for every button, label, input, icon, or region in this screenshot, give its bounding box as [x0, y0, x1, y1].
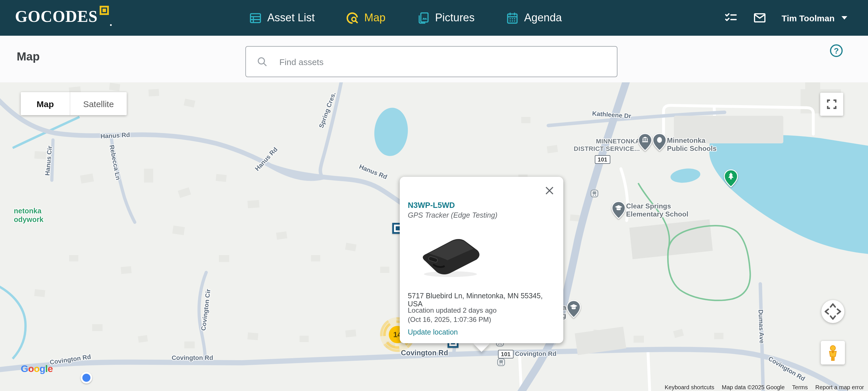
asset-address: 5717 Bluebird Ln, Minnetonka, MN 55345, …	[408, 292, 556, 308]
google-logo-letter: o	[34, 363, 39, 374]
road-label: Dumas Ave	[757, 309, 766, 344]
search-input[interactable]	[246, 46, 617, 76]
nav-item-agenda[interactable]: Agenda	[506, 11, 562, 25]
update-location-link[interactable]: Update location	[408, 328, 458, 336]
main-nav: Asset List Map Pictures Agenda	[249, 0, 562, 36]
page-header: Map ?	[0, 36, 868, 83]
attribution-terms[interactable]: Terms	[792, 384, 808, 390]
search-icon	[256, 56, 268, 67]
pegman-streetview[interactable]	[821, 341, 845, 364]
place-label: netonka odywork	[14, 207, 43, 224]
mail-icon[interactable]	[753, 11, 767, 25]
user-name: Tim Toolman	[782, 13, 835, 23]
location-updated-relative: Location updated 2 days ago	[408, 306, 496, 315]
user-menu[interactable]: Tim Toolman	[782, 13, 847, 23]
nav-item-pictures[interactable]: Pictures	[417, 11, 475, 25]
map-type-satellite-button[interactable]: Satellite	[70, 92, 127, 115]
bus-stop-icon[interactable]	[590, 190, 598, 200]
gocodes-logo-registered-dot	[110, 24, 112, 26]
gocodes-logo[interactable]: GOCODES	[15, 5, 112, 28]
google-logo-letter: G	[21, 363, 28, 374]
place-label: MINNETONKA DISTRICT SERVICE...	[574, 138, 640, 153]
asset-search	[245, 46, 617, 77]
google-logo-letter: o	[28, 363, 34, 374]
google-logo[interactable]: Google	[21, 363, 53, 375]
map-canvas[interactable]: Hanus RdHanus RdHanus RdSpring Cres.Kath…	[0, 83, 868, 391]
map-attribution: Keyboard shortcutsMap data ©2025 GoogleT…	[665, 384, 864, 390]
fullscreen-button[interactable]	[820, 93, 843, 116]
map-search-icon	[346, 11, 359, 25]
navbar-right: Tim Toolman	[724, 0, 847, 36]
map-type-map-button[interactable]: Map	[21, 92, 70, 115]
attribution-report-error[interactable]: Report a map error	[815, 384, 864, 390]
asset-list-icon	[249, 11, 262, 25]
google-logo-letter: l	[45, 363, 48, 374]
attribution-map-data: Map data ©2025 Google	[722, 384, 784, 390]
road-label: Covington Rd	[172, 354, 213, 361]
place-label: Minnetonka Public Schools	[667, 136, 716, 153]
pictures-icon	[417, 11, 430, 25]
park-pin-icon[interactable]	[723, 169, 738, 190]
school-pin-icon[interactable]	[566, 300, 581, 321]
close-icon[interactable]	[542, 184, 556, 197]
nav-label: Agenda	[524, 11, 562, 24]
page-title: Map	[17, 50, 40, 63]
bus-stop-icon[interactable]	[497, 358, 505, 368]
route-101-shield: 101	[595, 155, 610, 164]
agenda-icon	[506, 11, 519, 25]
chevron-down-icon	[841, 16, 847, 20]
gocodes-logo-text: GOCODES	[15, 5, 98, 28]
nav-label: Map	[364, 11, 385, 24]
map-type-control: Map Satellite	[21, 92, 127, 115]
nav-item-asset-list[interactable]: Asset List	[249, 11, 315, 25]
asset-infowindow: N3WP-L5WD GPS Tracker (Edge Testing) 571…	[400, 177, 563, 343]
pan-control[interactable]	[822, 300, 844, 323]
poi-dot-icon[interactable]	[81, 372, 92, 384]
top-navbar: GOCODES Asset List Map Picture	[0, 0, 868, 36]
gocodes-app: GOCODES Asset List Map Picture	[0, 0, 868, 391]
google-logo-letter: g	[39, 363, 45, 374]
government-pin-icon[interactable]	[638, 133, 653, 154]
road-label: Covington Rd	[515, 350, 556, 357]
school-pin-icon[interactable]	[611, 201, 626, 222]
nav-item-map[interactable]: Map	[346, 11, 385, 25]
nav-label: Pictures	[435, 11, 475, 24]
google-logo-letter: e	[48, 363, 53, 374]
attribution-keyboard-shortcuts[interactable]: Keyboard shortcuts	[665, 384, 714, 390]
checklist-icon[interactable]	[724, 11, 738, 25]
place-label: Clear Springs Elementary School	[626, 202, 688, 219]
location-updated-timestamp: (Oct 16, 2025, 1:07:36 PM)	[408, 316, 491, 324]
route-101-shield: 101	[498, 350, 513, 358]
help-icon[interactable]: ?	[830, 44, 843, 57]
asset-code[interactable]: N3WP-L5WD	[408, 201, 455, 209]
asset-photo	[416, 233, 485, 281]
dot-pin-icon[interactable]	[652, 133, 667, 154]
nav-label: Asset List	[267, 11, 315, 24]
asset-description: GPS Tracker (Edge Testing)	[408, 211, 497, 219]
gocodes-logo-square-icon	[99, 6, 108, 15]
